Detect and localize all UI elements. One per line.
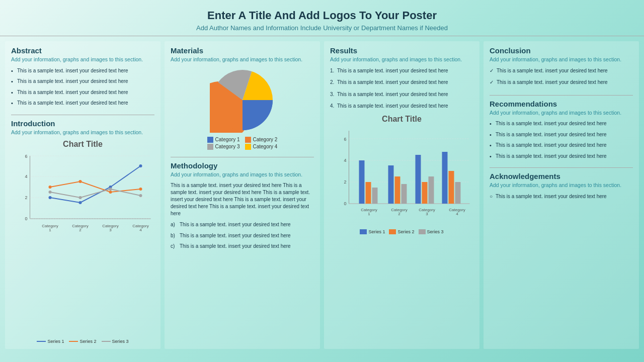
abstract-title: Abstract <box>11 46 154 55</box>
svg-point-19 <box>79 201 82 204</box>
svg-text:3: 3 <box>426 212 428 216</box>
svg-rect-43 <box>388 165 394 204</box>
svg-point-26 <box>49 191 52 194</box>
pie-legend-cat1-label: Category 1 <box>215 137 240 142</box>
svg-text:6: 6 <box>344 137 346 142</box>
materials-subtitle: Add your information, graphs and images … <box>171 56 314 63</box>
svg-rect-50 <box>449 171 454 204</box>
divider-2 <box>171 157 314 157</box>
methodology-title: Methodology <box>171 161 314 170</box>
bar-legend-s3-label: Series 3 <box>427 229 444 234</box>
acknowledgements-section: Acknowledgements Add your information, g… <box>490 172 633 204</box>
pie-legend-cat2-color <box>245 137 251 143</box>
pie-legend-cat4: Category 4 <box>245 144 278 150</box>
svg-text:0: 0 <box>344 201 346 206</box>
recommendations-item-3: This is a sample text. insert your desir… <box>490 142 633 149</box>
page-header: Enter A Title And Add Logos To Your Post… <box>0 0 644 36</box>
divider-4 <box>490 167 633 168</box>
abstract-subtitle: Add your information, graphs and images … <box>11 56 154 63</box>
results-item-3: This is a sample text. insert your desir… <box>330 91 473 98</box>
legend-series3-color <box>102 341 111 342</box>
svg-text:4: 4 <box>456 212 458 216</box>
column-1: Abstract Add your information, graphs an… <box>5 41 160 349</box>
svg-point-29 <box>139 194 142 197</box>
recommendations-list: This is a sample text. insert your desir… <box>490 120 633 159</box>
pie-legend: Category 1 Category 2 Category 3 Categor… <box>207 137 278 150</box>
methodology-item-b: b) This is a sample text. insert your de… <box>171 232 314 239</box>
recommendations-subtitle: Add your information, graphs and images … <box>490 110 633 117</box>
methodology-list: a) This is a sample text. insert your de… <box>171 221 314 250</box>
pie-legend-cat3-label: Category 3 <box>215 144 240 149</box>
svg-point-22 <box>49 186 52 189</box>
abstract-item-4: This is a sample text. insert your desir… <box>11 100 154 107</box>
conclusion-list: This is a sample text. insert your desir… <box>490 67 633 86</box>
conclusion-section: Conclusion Add your information, graphs … <box>490 46 633 91</box>
svg-point-27 <box>79 196 82 199</box>
svg-text:2: 2 <box>344 179 346 185</box>
line-chart: 0 2 4 6 Category 1 Category 2 Category 3… <box>11 151 154 338</box>
pie-legend-cat3-color <box>207 144 213 150</box>
svg-text:4: 4 <box>25 174 27 179</box>
recommendations-item-2: This is a sample text. insert your desir… <box>490 131 633 138</box>
bar-legend-s1-color <box>360 229 367 234</box>
methodology-subtitle: Add your information, graphs and images … <box>171 171 314 178</box>
conclusion-title: Conclusion <box>490 46 633 55</box>
acknowledgements-item-1: This is a sample text. insert your desir… <box>490 193 633 200</box>
column-3: Results Add your information, graphs and… <box>324 41 479 349</box>
main-content: Abstract Add your information, graphs an… <box>0 36 644 353</box>
abstract-section: Abstract Add your information, graphs an… <box>11 46 154 111</box>
column-4: Conclusion Add your information, graphs … <box>484 41 639 349</box>
svg-text:6: 6 <box>25 154 27 159</box>
poster-subtitle: Add Author Names and Information Include… <box>10 24 634 32</box>
pie-legend-cat1-color <box>207 137 213 143</box>
svg-text:2: 2 <box>25 195 27 200</box>
recommendations-title: Recommendations <box>490 100 633 108</box>
bar-legend-s3-color <box>419 229 426 234</box>
svg-rect-41 <box>366 182 371 204</box>
recommendations-item-1: This is a sample text. insert your desir… <box>490 120 633 127</box>
bar-legend-s2-label: Series 2 <box>397 229 414 234</box>
conclusion-item-1: This is a sample text. insert your desir… <box>490 67 633 74</box>
svg-text:2: 2 <box>398 212 400 216</box>
introduction-title: Introduction <box>11 119 154 128</box>
pie-chart: Category 1 Category 2 Category 3 Categor… <box>171 67 314 150</box>
svg-point-28 <box>109 188 112 191</box>
pie-legend-cat1: Category 1 <box>207 137 240 143</box>
poster-title: Enter A Title And Add Logos To Your Post… <box>10 9 634 22</box>
legend-series3-label: Series 3 <box>112 339 129 344</box>
legend-series1-color <box>37 341 46 342</box>
abstract-item-1: This is a sample text. insert your desir… <box>11 67 154 74</box>
acknowledgements-subtitle: Add your information, graphs and images … <box>490 182 633 189</box>
results-title: Results <box>330 46 473 55</box>
conclusion-subtitle: Add your information, graphs and images … <box>490 56 633 63</box>
svg-rect-49 <box>442 152 448 204</box>
svg-text:4: 4 <box>344 158 346 163</box>
svg-text:4: 4 <box>139 228 142 232</box>
divider-1 <box>11 115 154 115</box>
bar-chart: 0 2 4 6 <box>330 126 473 228</box>
pie-chart-svg <box>210 67 275 133</box>
svg-rect-48 <box>429 176 434 204</box>
results-list: This is a sample text. insert your desir… <box>330 67 473 115</box>
svg-point-25 <box>139 188 142 191</box>
results-subtitle: Add your information, graphs and images … <box>330 56 473 63</box>
line-chart-svg: 0 2 4 6 Category 1 Category 2 Category 3… <box>11 151 154 236</box>
svg-point-23 <box>79 180 82 183</box>
bar-legend-s2: Series 2 <box>389 229 414 234</box>
bar-legend-s3: Series 3 <box>419 229 444 234</box>
pie-legend-cat3: Category 3 <box>207 144 240 150</box>
legend-series1: Series 1 <box>37 339 64 344</box>
bar-legend-s1: Series 1 <box>360 229 385 234</box>
legend-series2-label: Series 2 <box>79 339 96 344</box>
materials-title: Materials <box>171 46 314 55</box>
pie-legend-cat4-label: Category 4 <box>253 144 278 149</box>
results-item-2: This is a sample text. insert your desir… <box>330 79 473 86</box>
svg-text:0: 0 <box>25 216 27 221</box>
acknowledgements-list: This is a sample text. insert your desir… <box>490 193 633 200</box>
svg-text:1: 1 <box>368 212 370 216</box>
pie-legend-cat2: Category 2 <box>245 137 278 143</box>
svg-rect-44 <box>395 176 400 204</box>
svg-point-18 <box>49 196 52 199</box>
results-item-1: This is a sample text. insert your desir… <box>330 67 473 74</box>
pie-legend-cat4-color <box>245 144 251 150</box>
